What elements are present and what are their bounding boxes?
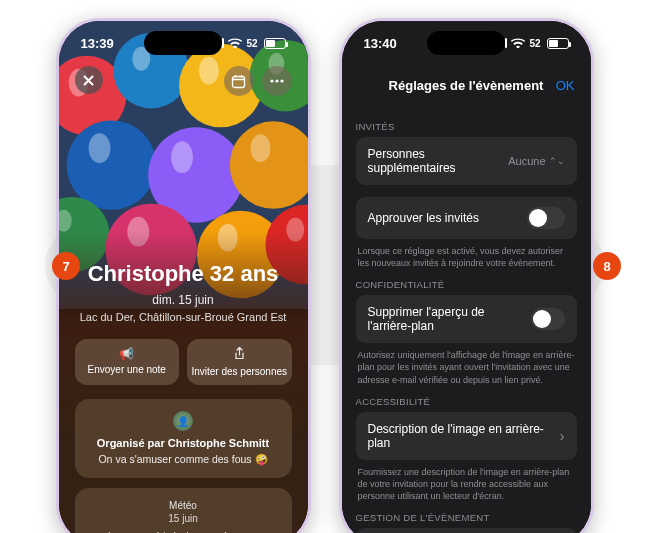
organizer-card[interactable]: 👤 Organisé par Christophe Schmitt On va … xyxy=(75,399,292,478)
send-note-button[interactable]: 📢 Envoyer une note xyxy=(75,339,180,385)
bg-description-row[interactable]: Description de l'image en arrière-plan › xyxy=(356,412,577,460)
page-title: Réglages de l'évènement xyxy=(389,78,544,93)
bg-description-label: Description de l'image en arrière-plan xyxy=(368,422,560,450)
phone-event-detail: 13:39 52 xyxy=(56,18,311,533)
weather-card[interactable]: Météo 15 juin Pendant cette période, les… xyxy=(75,488,292,533)
bg-description-help: Fournissez une description de l'image en… xyxy=(356,466,577,502)
dynamic-island xyxy=(427,31,505,55)
battery-percent: 52 xyxy=(246,38,257,49)
megaphone-icon: 📢 xyxy=(119,347,134,361)
approve-guests-label: Approuver les invités xyxy=(368,211,479,225)
battery-percent: 52 xyxy=(529,38,540,49)
organizer-line: Organisé par Christophe Schmitt xyxy=(87,437,280,449)
event-title: Christophe 32 ans xyxy=(75,261,292,287)
updown-icon: ⌃⌄ xyxy=(549,156,565,166)
svg-point-27 xyxy=(270,79,273,82)
approve-guests-toggle[interactable] xyxy=(527,207,565,229)
close-icon xyxy=(83,75,94,86)
svg-rect-23 xyxy=(233,76,245,87)
bg-preview-label: Supprimer l'aperçu de l'arrière-plan xyxy=(368,305,532,333)
dynamic-island xyxy=(144,31,222,55)
section-a11y: ACCESSIBILITÉ xyxy=(356,396,577,407)
weather-date: 15 juin xyxy=(87,513,280,524)
invite-people-button[interactable]: Inviter des personnes xyxy=(187,339,292,385)
send-note-label: Envoyer une note xyxy=(88,364,166,375)
bg-preview-help: Autorisez uniquement l'affichage de l'im… xyxy=(356,349,577,385)
status-time: 13:40 xyxy=(364,36,397,51)
phone-event-settings: 13:40 52 Réglages de l'évènement OK INVI… xyxy=(339,18,594,533)
calendar-icon xyxy=(231,74,246,89)
more-button[interactable] xyxy=(262,66,292,96)
wifi-icon xyxy=(228,38,242,48)
event-location: Lac du Der, Châtillon-sur-Broué Grand Es… xyxy=(75,311,292,323)
bg-preview-toggle[interactable] xyxy=(531,308,564,330)
wifi-icon xyxy=(511,38,525,48)
bg-preview-row: Supprimer l'aperçu de l'arrière-plan xyxy=(356,295,577,343)
approve-guests-row: Approuver les invités xyxy=(356,197,577,239)
step-badge-7: 7 xyxy=(52,252,80,280)
ok-button[interactable]: OK xyxy=(556,78,575,93)
svg-point-29 xyxy=(280,79,283,82)
weather-label: Météo xyxy=(87,500,280,511)
section-management: GESTION DE L'ÉVÈNEMENT xyxy=(356,512,577,523)
svg-point-28 xyxy=(275,79,278,82)
more-icon xyxy=(270,79,284,83)
section-privacy: CONFIDENTIALITÉ xyxy=(356,279,577,290)
close-button[interactable] xyxy=(75,66,103,94)
battery-icon xyxy=(264,38,286,49)
section-invites: INVITÉS xyxy=(356,121,577,132)
event-description: On va s'amuser comme des fous 🤪 xyxy=(87,453,280,466)
invite-label: Inviter des personnes xyxy=(191,366,287,377)
status-time: 13:39 xyxy=(81,36,114,51)
extra-people-value: Aucune xyxy=(508,155,545,167)
avatar: 👤 xyxy=(173,411,193,431)
step-badge-8: 8 xyxy=(593,252,621,280)
event-date: dim. 15 juin xyxy=(75,293,292,307)
duplicate-event-row[interactable]: Dupliquer l'évènement xyxy=(356,528,577,533)
share-icon xyxy=(234,347,245,363)
extra-people-row[interactable]: Personnes supplémentaires Aucune⌃⌄ xyxy=(356,137,577,185)
battery-icon xyxy=(547,38,569,49)
approve-help-text: Lorsque ce réglage est activé, vous deve… xyxy=(356,245,577,269)
chevron-right-icon: › xyxy=(560,428,565,444)
calendar-button[interactable] xyxy=(224,66,254,96)
extra-people-label: Personnes supplémentaires xyxy=(368,147,509,175)
